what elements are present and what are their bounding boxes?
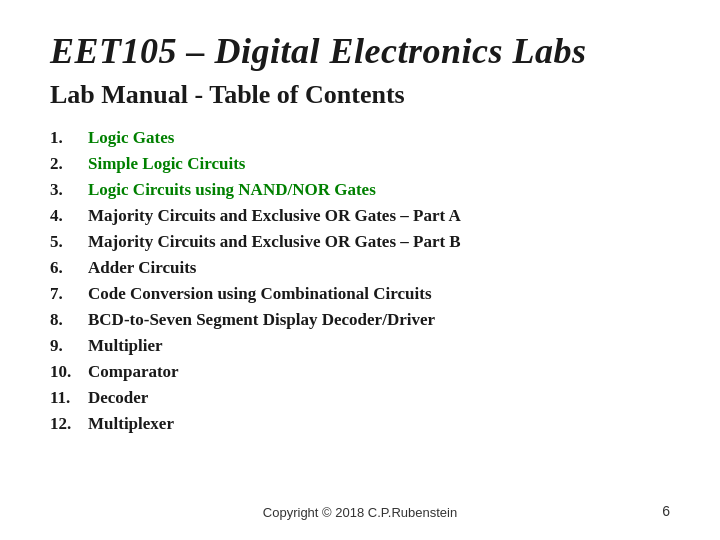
page-container: EET105 – Digital Electronics Labs Lab Ma… (0, 0, 720, 540)
main-title: EET105 – Digital Electronics Labs (50, 30, 670, 72)
toc-item: 8.BCD-to-Seven Segment Display Decoder/D… (50, 310, 670, 330)
item-number: 10. (50, 362, 88, 382)
item-label: Logic Gates (88, 128, 174, 148)
item-label: Multiplier (88, 336, 163, 356)
item-number: 1. (50, 128, 88, 148)
item-number: 3. (50, 180, 88, 200)
item-label: Simple Logic Circuits (88, 154, 245, 174)
toc-item: 12.Multiplexer (50, 414, 670, 434)
item-number: 2. (50, 154, 88, 174)
toc-item: 11.Decoder (50, 388, 670, 408)
toc-item: 5.Majority Circuits and Exclusive OR Gat… (50, 232, 670, 252)
item-number: 7. (50, 284, 88, 304)
toc-item: 6.Adder Circuits (50, 258, 670, 278)
item-label: Logic Circuits using NAND/NOR Gates (88, 180, 376, 200)
page-number: 6 (662, 503, 670, 519)
item-label: Decoder (88, 388, 148, 408)
item-number: 11. (50, 388, 88, 408)
copyright-text: Copyright © 2018 C.P.Rubenstein (257, 505, 464, 520)
item-label: Majority Circuits and Exclusive OR Gates… (88, 232, 461, 252)
toc-list: 1.Logic Gates2.Simple Logic Circuits3.Lo… (50, 128, 670, 492)
toc-item: 10.Comparator (50, 362, 670, 382)
item-number: 4. (50, 206, 88, 226)
item-label: Adder Circuits (88, 258, 196, 278)
toc-item: 2.Simple Logic Circuits (50, 154, 670, 174)
toc-item: 7.Code Conversion using Combinational Ci… (50, 284, 670, 304)
item-label: BCD-to-Seven Segment Display Decoder/Dri… (88, 310, 435, 330)
item-label: Comparator (88, 362, 179, 382)
item-label: Multiplexer (88, 414, 174, 434)
item-number: 5. (50, 232, 88, 252)
item-number: 6. (50, 258, 88, 278)
toc-item: 3.Logic Circuits using NAND/NOR Gates (50, 180, 670, 200)
item-number: 12. (50, 414, 88, 434)
toc-item: 1.Logic Gates (50, 128, 670, 148)
toc-item: 4.Majority Circuits and Exclusive OR Gat… (50, 206, 670, 226)
item-label: Code Conversion using Combinational Circ… (88, 284, 432, 304)
footer: Copyright © 2018 C.P.Rubenstein 6 (50, 492, 670, 520)
item-number: 9. (50, 336, 88, 356)
toc-item: 9.Multiplier (50, 336, 670, 356)
subtitle: Lab Manual - Table of Contents (50, 80, 670, 110)
item-number: 8. (50, 310, 88, 330)
item-label: Majority Circuits and Exclusive OR Gates… (88, 206, 461, 226)
